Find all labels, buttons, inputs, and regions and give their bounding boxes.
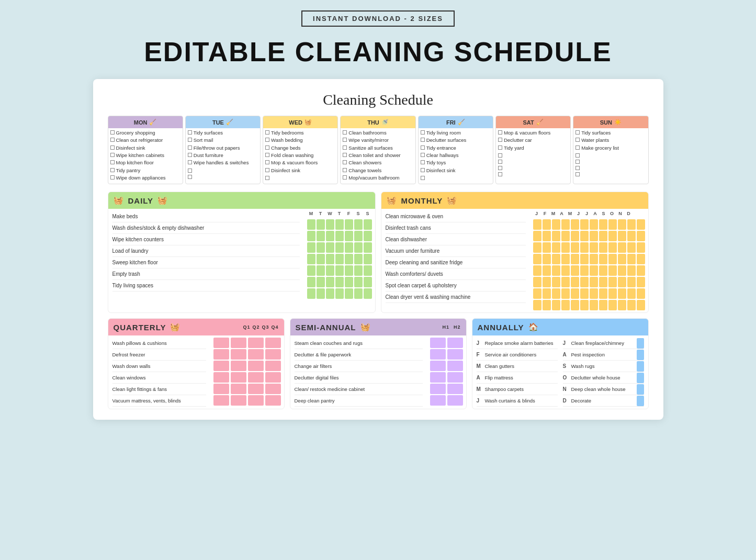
orange-box (571, 288, 579, 299)
pink-box (213, 349, 229, 360)
green-box (354, 288, 363, 299)
annually-task: S Wash rugs (563, 361, 644, 372)
daily-task: Load of laundry (112, 245, 300, 257)
sun-icon: ☀️ (614, 119, 622, 126)
green-box (317, 265, 325, 276)
annually-task: F Service air conditioners (477, 349, 558, 361)
orange-box (608, 231, 617, 241)
green-box (364, 288, 372, 299)
task-empty (498, 159, 568, 165)
annually-task-text: Decorate (571, 398, 592, 404)
quarterly-icon: 🧺 (170, 322, 180, 332)
purple-box (430, 395, 446, 406)
orange-box (618, 265, 626, 276)
green-box (326, 288, 334, 299)
orange-box (618, 288, 626, 299)
orange-box (627, 300, 636, 310)
sun-label: SUN (600, 119, 612, 126)
task-item: Disinfect sink (265, 167, 335, 174)
checkbox-col (317, 219, 325, 299)
orange-box (580, 265, 589, 276)
green-box (335, 254, 344, 264)
task-item: Water plants (576, 137, 646, 143)
pink-box (231, 372, 246, 383)
orange-box (599, 242, 607, 253)
orange-box (543, 254, 551, 264)
orange-box (637, 277, 645, 287)
bottom-row: QUARTERLY 🧺 Q1 Q2 Q3 Q4 Wash pillows & c… (108, 318, 649, 409)
quarterly-boxes (210, 335, 284, 409)
green-box (364, 231, 372, 241)
semi-annual-boxes (427, 335, 466, 409)
checkbox-col (599, 219, 607, 310)
task-item: Clean showers (343, 160, 413, 166)
quarterly-task: Clean light fittings & fans (112, 384, 206, 395)
tue-label: TUE (212, 119, 224, 126)
annually-content: J Replace smoke alarm batteries F Servic… (472, 335, 648, 409)
annually-block: ANNUALLY 🏠 J Replace smoke alarm batteri… (472, 318, 649, 409)
green-box (326, 231, 334, 241)
annually-task: M Shampoo carpets (477, 384, 558, 395)
orange-box (533, 219, 541, 230)
orange-box (599, 219, 607, 230)
orange-box (571, 242, 579, 253)
orange-box (561, 231, 570, 241)
green-box (326, 254, 334, 264)
month-letter: A (563, 352, 569, 357)
month-letter: D (563, 398, 569, 404)
checkbox-col (364, 219, 372, 299)
monthly-task: Spot clean carpet & upholstery (386, 280, 526, 292)
day-abbr-f: F (345, 211, 353, 216)
orange-box (561, 254, 570, 264)
green-box (307, 288, 315, 299)
orange-box (552, 242, 560, 253)
tue-tasks: Tidy surfaces Sort mail File/throw out p… (186, 128, 260, 182)
monthly-title: MONTHLY (401, 196, 443, 205)
pink-box (213, 372, 229, 383)
day-abbr-t: T (317, 211, 325, 216)
pink-box (265, 349, 281, 360)
day-header-thu: THU 🚿 (341, 116, 415, 128)
quarterly-tasks: Wash pillows & cushions Defrost freezer … (108, 335, 210, 409)
monthly-checkbox-grid (530, 217, 648, 312)
orange-box (571, 231, 579, 241)
orange-box (543, 288, 551, 299)
green-box (317, 277, 325, 287)
top-banner: INSTANT DOWNLOAD - 2 SIZES (301, 10, 455, 27)
quarterly-content: Wash pillows & cushions Defrost freezer … (108, 335, 284, 409)
task-item: Mop/vacuum bathroom (343, 175, 413, 181)
semi-annual-header: SEMI-ANNUAL 🧺 H1 H2 (290, 319, 466, 335)
mon-label: MON (134, 119, 148, 126)
green-box (354, 277, 363, 287)
orange-box (533, 277, 541, 287)
task-item: Wipe vanity/mirror (343, 137, 413, 143)
pink-box (213, 361, 229, 371)
month-a2: A (592, 211, 599, 216)
monthly-task: Disinfect trash cans (386, 222, 526, 234)
task-empty (188, 167, 258, 174)
green-box (354, 265, 363, 276)
quarterly-task: Vacuum mattress, vents, blinds (112, 395, 206, 407)
annually-task-text: Service air conditioners (485, 352, 537, 357)
green-box (307, 265, 315, 276)
orange-box (590, 265, 598, 276)
day-header-sun: SUN ☀️ (573, 116, 648, 128)
daily-checkbox-grid (304, 217, 375, 301)
orange-box (561, 277, 570, 287)
monthly-tasks-list: Clean microwave & oven Disinfect trash c… (381, 209, 530, 312)
monthly-task: Clean microwave & oven (386, 211, 526, 222)
orange-box (608, 288, 617, 299)
mon-icon: 🧹 (149, 119, 156, 126)
orange-box (599, 265, 607, 276)
semi-annual-task: Steam clean couches and rugs (295, 338, 423, 349)
quarterly-task: Wash down walls (112, 361, 206, 372)
daily-monthly-row: 🧺 DAILY 🧺 Make beds Wash dishes/stock & … (108, 192, 649, 313)
monthly-task: Clean dishwasher (386, 234, 526, 245)
orange-box (627, 219, 636, 230)
semi-annual-icon: 🧺 (360, 322, 371, 332)
orange-box (561, 242, 570, 253)
purple-box (430, 361, 446, 371)
sat-tasks: Mop & vacuum floors Declutter car Tidy y… (496, 128, 570, 179)
month-f: F (541, 211, 549, 216)
checkbox-col (637, 219, 645, 310)
